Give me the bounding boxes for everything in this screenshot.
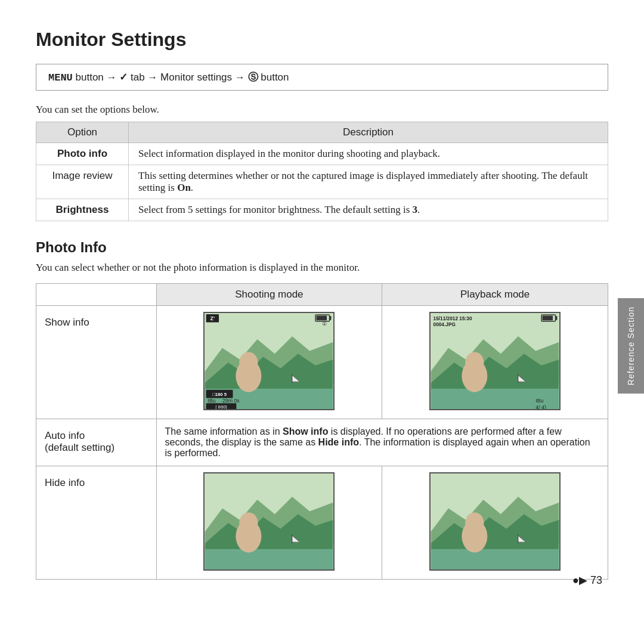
option-image-review: Image review: [36, 165, 129, 199]
page-num: 73: [590, 574, 602, 586]
tab-icon: ✓: [119, 72, 128, 83]
hide-info-row: Hide info: [36, 466, 608, 580]
menu-path-box: MENU button → ✓ tab → Monitor settings →…: [36, 64, 608, 91]
intro-text: You can set the options below.: [36, 104, 608, 116]
hide-info-shooting: [156, 466, 382, 580]
auto-info-row: Auto info(default setting) The same info…: [36, 419, 608, 466]
auto-info-label: Auto info(default setting): [36, 419, 157, 466]
col-empty: [36, 284, 157, 306]
svg-rect-11: [330, 316, 332, 320]
svg-point-40: [240, 512, 258, 533]
menu-path-text1: button →: [76, 72, 120, 83]
table-row: Photo info Select information displayed …: [36, 143, 608, 165]
option-photo-info: Photo info: [36, 143, 129, 165]
playback-lcd-hide: [429, 472, 561, 571]
show-info-shooting: Z' ① □180 5 29m 0s IBu: [156, 306, 382, 419]
option-brightness: Brightness: [36, 199, 129, 221]
photo-info-intro: You can select whether or not the photo …: [36, 262, 608, 274]
svg-point-5: [240, 352, 258, 373]
svg-text:15/11/2012  15:30: 15/11/2012 15:30: [434, 315, 472, 321]
page-number: ●▶ 73: [572, 574, 602, 587]
svg-text:①: ①: [322, 321, 327, 327]
shooting-lcd-show: Z' ① □180 5 29m 0s IBu: [203, 312, 335, 410]
page-bullet: ●▶: [572, 574, 587, 586]
col-playback-mode: Playback mode: [382, 284, 608, 306]
desc-brightness: Select from 5 settings for monitor brigh…: [129, 199, 608, 221]
svg-text:4/  4): 4/ 4): [535, 404, 546, 409]
hide-info-label: Hide info: [36, 466, 157, 580]
menu-path-text3: button: [261, 72, 289, 83]
col-option: Option: [36, 122, 129, 143]
svg-text:IBu: IBu: [208, 398, 216, 404]
photo-info-title: Photo Info: [36, 239, 608, 256]
svg-point-48: [465, 512, 484, 533]
table-row: Image review This setting determines whe…: [36, 165, 608, 199]
svg-rect-12: [317, 315, 327, 320]
auto-info-desc: The same information as in Show info is …: [156, 419, 608, 466]
menu-path-text2: tab → Monitor settings →: [131, 72, 248, 83]
page: Monitor Settings MENU button → ✓ tab → M…: [0, 0, 644, 603]
show-info-label: Show info: [36, 306, 157, 419]
menu-keyword: MENU: [48, 72, 73, 83]
page-title: Monitor Settings: [36, 29, 608, 51]
svg-rect-46: [431, 549, 559, 569]
options-table: Option Description Photo info Select inf…: [36, 122, 608, 221]
svg-rect-32: [543, 315, 553, 320]
col-shooting-mode: Shooting mode: [156, 284, 382, 306]
photo-info-table: Shooting mode Playback mode Show info: [36, 283, 608, 580]
playback-lcd-show: 15/11/2012 15:30 0004.JPG IBu 4/ 4): [429, 312, 561, 410]
svg-text:0004.JPG: 0004.JPG: [434, 321, 456, 327]
svg-rect-31: [556, 316, 558, 320]
svg-text:[ 860]: [ 860]: [216, 404, 228, 409]
svg-text:□180  5: □180 5: [212, 392, 227, 397]
desc-image-review: This setting determines whether or not t…: [129, 165, 608, 199]
reference-section-tab: Reference Section: [618, 298, 644, 394]
table-row: Brightness Select from 5 settings for mo…: [36, 199, 608, 221]
desc-photo-info: Select information displayed in the moni…: [129, 143, 608, 165]
svg-point-25: [465, 352, 484, 373]
svg-text:29m 0s: 29m 0s: [222, 398, 240, 404]
ok-icon: Ⓢ: [248, 72, 258, 83]
svg-rect-38: [205, 549, 333, 569]
show-info-row: Show info: [36, 306, 608, 419]
col-description: Description: [129, 122, 608, 143]
hide-info-playback: [382, 466, 608, 580]
show-info-playback: 15/11/2012 15:30 0004.JPG IBu 4/ 4): [382, 306, 608, 419]
shooting-lcd-hide: [203, 472, 335, 571]
svg-text:Z': Z': [210, 315, 215, 321]
svg-text:IBu: IBu: [535, 398, 543, 404]
reference-tab-label: Reference Section: [626, 306, 636, 385]
